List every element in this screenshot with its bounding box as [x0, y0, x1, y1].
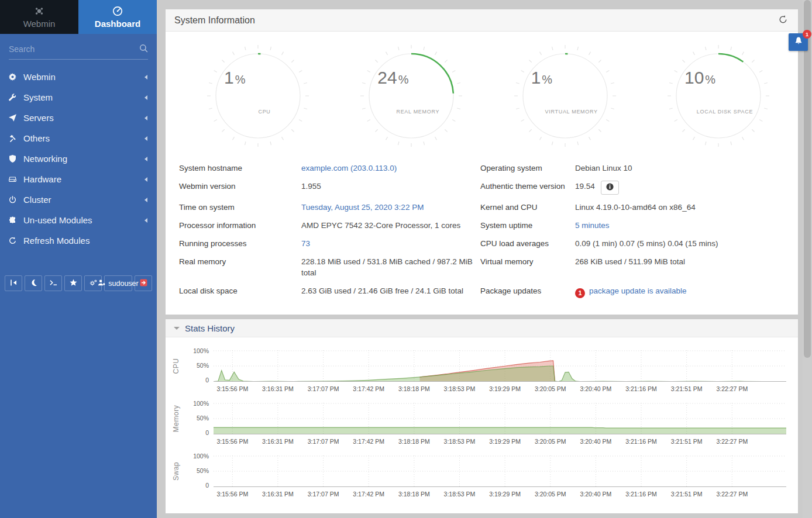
chart-plot-area: 3:15:56 PM3:16:31 PM3:17:07 PM3:17:42 PM…	[214, 455, 786, 499]
scrollbar-thumb[interactable]	[804, 0, 811, 358]
gauge-label: VIRTUAL MEMORY	[527, 109, 617, 115]
sidebar-item-un-used-modules[interactable]: Un-used Modules	[0, 210, 157, 230]
sidebar-item-label: Cluster	[23, 195, 51, 205]
x-tick-label: 3:16:31 PM	[262, 438, 294, 445]
sidebar-item-refresh-modules[interactable]: Refresh Modules	[0, 230, 157, 251]
terminal-button[interactable]	[44, 275, 62, 291]
x-tick-label: 3:20:40 PM	[580, 491, 612, 498]
sidebar: Webmin Dashboard WebminSystemServersOthe…	[0, 0, 157, 518]
info-value: example.com (203.0.113.0)	[301, 159, 480, 177]
x-tick-label: 3:22:27 PM	[716, 438, 748, 445]
theme-info-button[interactable]	[601, 181, 619, 195]
chart-memory: Memory100%50%03:15:56 PM3:16:31 PM3:17:0…	[166, 403, 786, 446]
sidebar-menu: WebminSystemServersOthersNetworkingHardw…	[0, 67, 157, 251]
x-tick-label: 3:19:29 PM	[489, 491, 521, 498]
scrollbar-track[interactable]	[803, 0, 812, 518]
logout-icon	[140, 279, 147, 288]
shield-icon	[9, 155, 23, 163]
sidebar-item-label: Hardware	[23, 174, 61, 184]
search-icon[interactable]	[139, 44, 148, 53]
info-value: 268 KiB used / 511.99 MiB total	[575, 253, 785, 282]
favorites-button[interactable]	[64, 275, 82, 291]
info-label: Time on system	[179, 198, 301, 216]
sidebar-item-label: Networking	[23, 154, 67, 164]
hammer-icon	[9, 134, 23, 142]
system-information-header: System Information	[166, 9, 798, 32]
bell-icon	[794, 36, 803, 48]
info-value: 5 minutes	[575, 216, 785, 234]
wrench-icon	[9, 94, 23, 101]
collapse-sidebar-button[interactable]	[5, 275, 22, 291]
system-info-table: System hostnameexample.com (203.0.113.0)…	[166, 150, 798, 315]
night-mode-button[interactable]	[25, 275, 42, 291]
info-value-link[interactable]: example.com (203.0.113.0)	[301, 164, 397, 172]
gauge-value: 10%	[684, 68, 715, 88]
info-label: Package updates	[480, 282, 575, 302]
star-icon	[70, 279, 77, 288]
tab-webmin[interactable]: Webmin	[0, 0, 78, 34]
sidebar-item-others[interactable]: Others	[0, 128, 157, 149]
chart-cpu: CPU100%50%03:15:56 PM3:16:31 PM3:17:07 P…	[166, 350, 786, 393]
info-value-link[interactable]: Tuesday, August 25, 2020 3:22 PM	[301, 203, 424, 212]
chart-y-tick-labels: 100%50%0	[187, 403, 214, 446]
info-label: Local disk space	[179, 282, 301, 302]
sidebar-item-hardware[interactable]: Hardware	[0, 169, 157, 189]
tab-dashboard[interactable]: Dashboard	[78, 0, 157, 34]
x-tick-label: 3:21:16 PM	[625, 385, 657, 392]
moon-icon	[30, 279, 37, 288]
terminal-icon	[50, 279, 57, 288]
sidebar-item-system[interactable]: System	[0, 87, 157, 108]
tab-dashboard-label: Dashboard	[95, 19, 140, 29]
info-value-link[interactable]: 5 minutes	[575, 221, 610, 230]
x-tick-label: 3:20:40 PM	[580, 438, 612, 445]
user-icon	[98, 279, 105, 288]
info-label: Authentic theme version	[480, 177, 575, 198]
info-value: 19.54	[575, 177, 785, 198]
sidebar-item-label: Others	[23, 133, 50, 143]
info-value: 1.955	[301, 177, 480, 198]
stats-history-title: Stats History	[185, 323, 235, 333]
logout-button[interactable]	[135, 275, 152, 291]
gauges-row: 1%CPU24%REAL MEMORY1%VIRTUAL MEMORY10%LO…	[166, 32, 798, 150]
x-tick-label: 3:22:27 PM	[716, 385, 748, 392]
info-label: Processor information	[179, 216, 301, 234]
sidebar-tabs: Webmin Dashboard	[0, 0, 157, 34]
user-account-button[interactable]: sudouser	[104, 275, 132, 291]
chevron-left-icon	[144, 157, 147, 161]
gauge-value: 1%	[531, 68, 552, 88]
stats-history-panel: Stats History CPU100%50%03:15:56 PM3:16:…	[166, 319, 798, 513]
info-value-link[interactable]: 73	[301, 239, 310, 248]
x-tick-label: 3:15:56 PM	[216, 438, 248, 445]
collapse-icon	[10, 279, 18, 288]
x-tick-label: 3:18:18 PM	[398, 491, 430, 498]
info-value-link[interactable]: package update is available	[589, 286, 687, 295]
sidebar-item-webmin[interactable]: Webmin	[0, 67, 157, 87]
info-value: Linux 4.19.0-10-amd64 on x86_64	[575, 198, 785, 216]
x-tick-label: 3:22:27 PM	[716, 491, 748, 498]
x-tick-label: 3:19:29 PM	[489, 385, 521, 392]
info-label: Running processes	[179, 234, 301, 253]
main-content: System Information 1%CPU24%REAL MEMORY1%…	[157, 0, 812, 513]
notifications-button[interactable]: 1	[789, 33, 808, 51]
info-label: System uptime	[480, 216, 575, 234]
sidebar-search	[0, 34, 157, 60]
power-icon	[9, 196, 23, 203]
tab-webmin-label: Webmin	[23, 19, 56, 29]
gauge-local-disk-space: 10%LOCAL DISK SPACE	[667, 44, 770, 147]
sidebar-item-networking[interactable]: Networking	[0, 149, 157, 169]
x-tick-label: 3:17:42 PM	[353, 491, 384, 498]
info-label: System hostname	[179, 159, 301, 177]
chart-x-tick-labels: 3:15:56 PM3:16:31 PM3:17:07 PM3:17:42 PM…	[214, 382, 786, 393]
info-value: Debian Linux 10	[575, 159, 785, 177]
chart-y-axis-title: CPU	[166, 350, 187, 393]
sidebar-item-cluster[interactable]: Cluster	[0, 189, 157, 210]
refresh-icon	[778, 15, 788, 26]
sidebar-item-servers[interactable]: Servers	[0, 108, 157, 128]
refresh-page-button[interactable]	[776, 14, 789, 27]
chart-y-axis-title: Memory	[166, 403, 187, 446]
stats-history-header[interactable]: Stats History	[166, 319, 798, 337]
info-label: Kernel and CPU	[480, 198, 575, 216]
search-input[interactable]	[9, 43, 148, 60]
chart-x-tick-labels: 3:15:56 PM3:16:31 PM3:17:07 PM3:17:42 PM…	[214, 487, 786, 499]
x-tick-label: 3:18:53 PM	[444, 385, 476, 392]
